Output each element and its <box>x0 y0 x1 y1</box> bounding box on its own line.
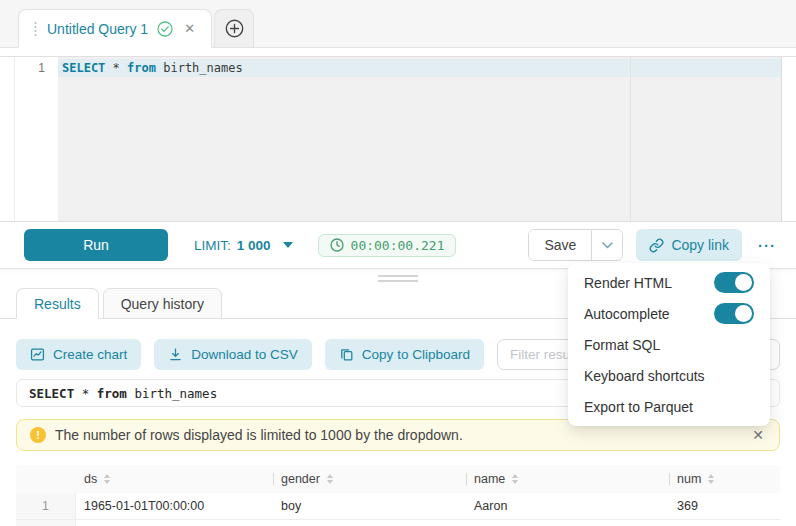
menu-item-label: Keyboard shortcuts <box>584 368 705 384</box>
limit-value: 1 000 <box>237 238 271 253</box>
timer-value: 00:00:00.221 <box>351 238 445 253</box>
menu-item-autocomplete[interactable]: Autocomplete <box>568 298 770 329</box>
query-tab-title: Untitled Query 1 <box>47 21 148 37</box>
query-timer-badge: 00:00:00.221 <box>318 234 457 257</box>
table-row[interactable]: 1 1965-01-01T00:00:00 boy Aaron 369 <box>16 493 780 520</box>
editor-gutter: 1 <box>15 57 58 221</box>
column-label: name <box>474 472 505 486</box>
sort-icon[interactable] <box>708 474 714 484</box>
column-resize-handle[interactable] <box>466 473 467 485</box>
menu-item-export-parquet[interactable]: Export to Parquet <box>568 391 770 422</box>
menu-item-render-html[interactable]: Render HTML <box>568 267 770 298</box>
tab-results[interactable]: Results <box>16 288 99 319</box>
caret-down-icon <box>283 242 293 248</box>
render-html-toggle[interactable] <box>714 272 754 293</box>
sql-keyword: SELECT <box>62 61 105 75</box>
sort-icon[interactable] <box>512 474 518 484</box>
create-chart-button[interactable]: Create chart <box>16 339 141 370</box>
download-icon <box>168 347 183 362</box>
sql-editor-section: 1 SELECT * from birth_names <box>0 56 796 222</box>
link-icon <box>649 238 664 253</box>
sort-icon[interactable] <box>327 474 333 484</box>
more-options-button[interactable]: ··· <box>752 233 782 258</box>
copy-link-label: Copy link <box>671 237 729 253</box>
save-button[interactable]: Save <box>529 230 591 260</box>
plus-circle-icon <box>225 19 244 38</box>
close-tab-icon[interactable]: ✕ <box>182 20 197 37</box>
copy-clipboard-button[interactable]: Copy to Clipboard <box>325 339 484 370</box>
sort-icon[interactable] <box>104 474 110 484</box>
column-header-name[interactable]: name <box>466 465 669 493</box>
new-query-tab-button[interactable] <box>214 9 254 47</box>
cell-num: 369 <box>669 493 780 519</box>
sql-table-name: birth_names <box>163 61 242 75</box>
cell-ds: 1965-01-01T00:00:00 <box>76 493 273 519</box>
alert-message: The number of rows displayed is limited … <box>55 427 463 443</box>
tab-query-history[interactable]: Query history <box>103 288 222 319</box>
copy-link-button[interactable]: Copy link <box>636 229 742 261</box>
sql-keyword: from <box>97 386 127 401</box>
menu-item-label: Render HTML <box>584 275 672 291</box>
pane-drag-handle[interactable] <box>378 275 418 282</box>
editor-active-line[interactable]: SELECT * from birth_names <box>58 59 781 77</box>
autocomplete-toggle[interactable] <box>714 303 754 324</box>
warning-icon: ! <box>30 427 46 443</box>
column-label: gender <box>281 472 320 486</box>
more-options-menu: Render HTML Autocomplete Format SQL Keyb… <box>568 263 770 426</box>
sql-star: * <box>82 386 90 401</box>
save-dropdown-button[interactable] <box>591 230 622 260</box>
menu-item-keyboard-shortcuts[interactable]: Keyboard shortcuts <box>568 360 770 391</box>
row-number-cell: 1 <box>16 493 76 519</box>
results-table: ds gender name num 1 1965-01-01T00:00:00… <box>16 465 780 526</box>
limit-dropdown[interactable]: LIMIT: 1 000 <box>194 238 293 253</box>
drag-handle-icon[interactable] <box>33 21 38 37</box>
editor-code-area[interactable]: SELECT * from birth_names <box>58 57 781 221</box>
column-label: num <box>677 472 701 486</box>
menu-item-label: Autocomplete <box>584 306 670 322</box>
download-csv-button[interactable]: Download to CSV <box>154 339 312 370</box>
run-toolbar: Run LIMIT: 1 000 00:00:00.221 Save <box>0 222 796 269</box>
column-resize-handle[interactable] <box>669 473 670 485</box>
column-label: ds <box>84 472 97 486</box>
sql-star: * <box>113 61 120 75</box>
sql-keyword: SELECT <box>29 386 74 401</box>
sql-keyword: from <box>127 61 156 75</box>
print-margin-line <box>630 57 631 221</box>
sql-table-name: birth_names <box>134 386 217 401</box>
run-button[interactable]: Run <box>24 229 168 261</box>
menu-item-format-sql[interactable]: Format SQL <box>568 329 770 360</box>
copy-icon <box>339 347 354 362</box>
menu-item-label: Format SQL <box>584 337 660 353</box>
chart-icon <box>30 347 45 362</box>
download-csv-label: Download to CSV <box>191 347 298 362</box>
sql-editor[interactable]: 1 SELECT * from birth_names <box>14 57 782 221</box>
column-resize-handle[interactable] <box>273 473 274 485</box>
save-split-button: Save <box>528 229 623 261</box>
limit-label: LIMIT: <box>194 238 231 253</box>
copy-clipboard-label: Copy to Clipboard <box>362 347 470 362</box>
clock-icon <box>330 238 344 252</box>
row-number-header <box>16 465 76 493</box>
close-alert-icon[interactable]: ✕ <box>750 426 766 444</box>
table-header-row: ds gender name num <box>16 465 780 493</box>
table-row-partial <box>16 520 780 526</box>
menu-item-label: Export to Parquet <box>584 399 693 415</box>
chevron-down-icon <box>602 242 613 249</box>
cell-gender: boy <box>273 493 466 519</box>
column-header-ds[interactable]: ds <box>76 465 273 493</box>
line-number: 1 <box>15 59 45 77</box>
column-header-num[interactable]: num <box>669 465 780 493</box>
query-tab-active[interactable]: Untitled Query 1 ✕ <box>18 9 212 48</box>
create-chart-label: Create chart <box>53 347 127 362</box>
column-header-gender[interactable]: gender <box>273 465 466 493</box>
query-tabbar: Untitled Query 1 ✕ <box>0 0 796 48</box>
saved-check-icon <box>157 21 173 37</box>
cell-name: Aaron <box>466 493 669 519</box>
